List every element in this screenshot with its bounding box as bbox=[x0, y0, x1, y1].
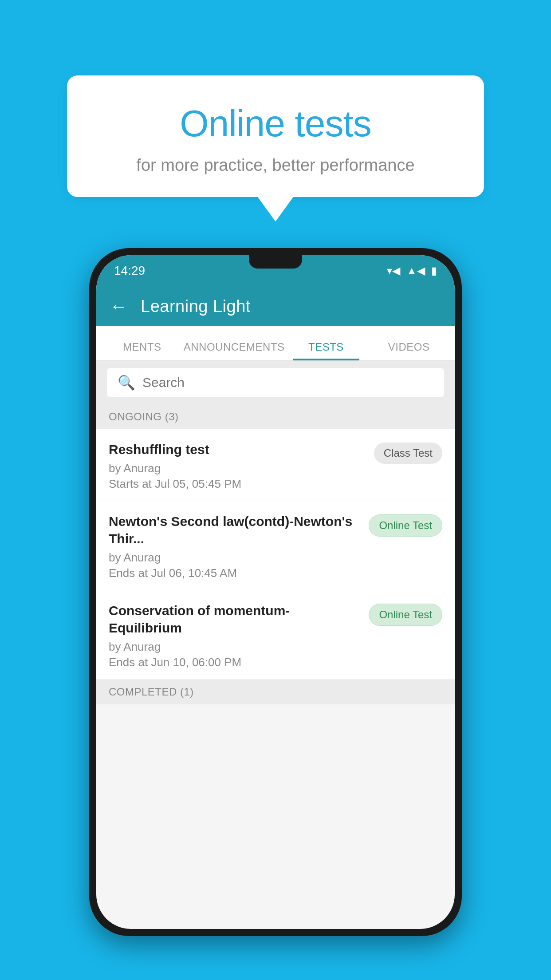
completed-section-header: COMPLETED (1) bbox=[96, 680, 455, 704]
test-name: Newton's Second law(contd)-Newton's Thir… bbox=[109, 513, 362, 547]
signal-icon: ▲◀ bbox=[406, 265, 425, 277]
bubble-subtitle: for more practice, better performance bbox=[102, 156, 449, 175]
test-info: Newton's Second law(contd)-Newton's Thir… bbox=[109, 513, 362, 580]
status-time: 14:29 bbox=[114, 264, 145, 278]
search-container: 🔍 bbox=[96, 361, 455, 404]
bubble-tail bbox=[258, 197, 293, 221]
phone-screen: 14:29 ▾◀ ▲◀ ▮ ← Learning Light MENTS ANN… bbox=[96, 255, 455, 929]
test-info: Reshuffling test by Anurag Starts at Jul… bbox=[109, 441, 368, 491]
test-name: Reshuffling test bbox=[109, 441, 368, 458]
tests-list: Reshuffling test by Anurag Starts at Jul… bbox=[96, 429, 455, 680]
test-date: Ends at Jul 06, 10:45 AM bbox=[109, 566, 362, 580]
app-title: Learning Light bbox=[141, 297, 251, 316]
search-icon: 🔍 bbox=[118, 374, 135, 391]
ongoing-section-header: ONGOING (3) bbox=[96, 404, 455, 429]
wifi-icon: ▾◀ bbox=[387, 265, 400, 277]
test-item[interactable]: Newton's Second law(contd)-Newton's Thir… bbox=[96, 501, 455, 590]
battery-icon: ▮ bbox=[431, 265, 437, 277]
status-icons: ▾◀ ▲◀ ▮ bbox=[387, 265, 437, 277]
test-author: by Anurag bbox=[109, 462, 368, 475]
test-author: by Anurag bbox=[109, 551, 362, 565]
phone-frame: 14:29 ▾◀ ▲◀ ▮ ← Learning Light MENTS ANN… bbox=[89, 248, 462, 936]
test-badge-online-2: Online Test bbox=[369, 604, 442, 626]
tab-announcements[interactable]: ANNOUNCEMENTS bbox=[184, 341, 285, 360]
test-badge-online: Online Test bbox=[369, 514, 442, 537]
test-item[interactable]: Conservation of momentum-Equilibrium by … bbox=[96, 590, 455, 680]
bubble-title: Online tests bbox=[102, 102, 449, 145]
test-date: Starts at Jul 05, 05:45 PM bbox=[109, 477, 368, 491]
test-item[interactable]: Reshuffling test by Anurag Starts at Jul… bbox=[96, 429, 455, 501]
test-info: Conservation of momentum-Equilibrium by … bbox=[109, 602, 362, 669]
back-button[interactable]: ← bbox=[110, 296, 127, 316]
phone-notch bbox=[249, 255, 302, 269]
search-input[interactable] bbox=[142, 375, 433, 390]
test-badge-class: Class Test bbox=[374, 443, 442, 464]
test-date: Ends at Jun 10, 06:00 PM bbox=[109, 656, 362, 669]
phone-wrapper: 14:29 ▾◀ ▲◀ ▮ ← Learning Light MENTS ANN… bbox=[0, 248, 551, 936]
test-name: Conservation of momentum-Equilibrium bbox=[109, 602, 362, 636]
test-author: by Anurag bbox=[109, 640, 362, 654]
tabs-bar: MENTS ANNOUNCEMENTS TESTS VIDEOS bbox=[96, 326, 455, 361]
speech-bubble-card: Online tests for more practice, better p… bbox=[67, 75, 484, 197]
search-input-wrapper[interactable]: 🔍 bbox=[107, 368, 444, 397]
tab-tests[interactable]: TESTS bbox=[285, 341, 368, 360]
app-header: ← Learning Light bbox=[96, 286, 455, 326]
tab-videos[interactable]: VIDEOS bbox=[367, 341, 450, 360]
tab-ments[interactable]: MENTS bbox=[101, 341, 184, 360]
speech-bubble-section: Online tests for more practice, better p… bbox=[67, 75, 484, 221]
